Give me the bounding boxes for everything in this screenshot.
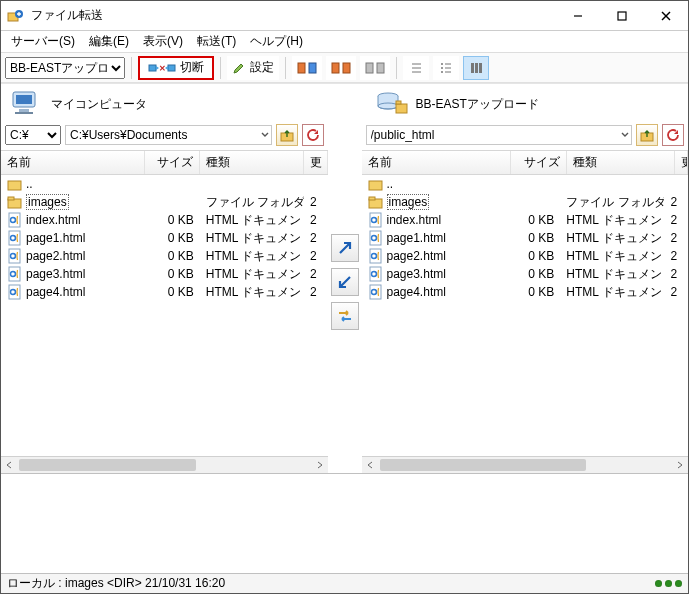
svg-rect-50 — [369, 181, 382, 190]
list-item[interactable]: page3.html0 KBHTML ドキュメント2 — [1, 265, 328, 283]
transfer-mode-1-button[interactable] — [292, 56, 322, 80]
col-type-header[interactable]: 種類 — [567, 151, 675, 174]
log-area[interactable] — [1, 473, 688, 573]
html-file-icon — [368, 284, 384, 300]
list-item[interactable]: imagesファイル フォルダー2 — [362, 193, 689, 211]
svg-rect-25 — [475, 63, 478, 73]
svg-point-18 — [441, 63, 443, 65]
scroll-right-icon[interactable] — [312, 457, 328, 473]
view-details-button[interactable] — [433, 56, 459, 80]
menubar-item[interactable]: 編集(E) — [83, 31, 135, 52]
local-refresh-button[interactable] — [302, 124, 324, 146]
scroll-left-icon[interactable] — [362, 457, 378, 473]
close-button[interactable] — [644, 2, 688, 30]
disconnect-button[interactable]: ✕ 切断 — [138, 56, 214, 80]
transfer-mode-3-button[interactable] — [360, 56, 390, 80]
list-item[interactable]: page2.html0 KBHTML ドキュメント2 — [1, 247, 328, 265]
folder-icon — [368, 194, 384, 210]
local-drive-select[interactable]: C:¥ — [5, 125, 61, 145]
svg-rect-6 — [149, 65, 156, 71]
menubar-item[interactable]: ヘルプ(H) — [244, 31, 309, 52]
app-window: ファイル転送 サーバー(S)編集(E)表示(V)転送(T)ヘルプ(H) BB-E… — [0, 0, 689, 594]
list-item[interactable]: index.html0 KBHTML ドキュメント2 — [1, 211, 328, 229]
upload-button[interactable] — [331, 234, 359, 262]
svg-rect-9 — [298, 63, 305, 73]
parent-row[interactable]: .. — [1, 175, 328, 193]
parent-row[interactable]: .. — [362, 175, 689, 193]
settings-button[interactable]: 設定 — [227, 56, 279, 80]
sockets-disconnect-icon: ✕ — [148, 61, 176, 75]
scroll-right-icon[interactable] — [672, 457, 688, 473]
local-path-input[interactable] — [65, 125, 272, 145]
svg-rect-12 — [343, 63, 350, 73]
sync-arrows-icon — [336, 307, 354, 325]
svg-rect-26 — [479, 63, 482, 73]
svg-rect-29 — [19, 109, 29, 112]
arrow-up-right-icon — [336, 239, 354, 257]
folder-icon — [7, 194, 23, 210]
minimize-button[interactable] — [556, 2, 600, 30]
list-item[interactable]: index.html0 KBHTML ドキュメント2 — [362, 211, 689, 229]
col-date-header[interactable]: 更 — [304, 151, 328, 174]
svg-rect-14 — [377, 63, 384, 73]
maximize-button[interactable] — [600, 2, 644, 30]
html-file-icon — [368, 230, 384, 246]
app-icon — [7, 8, 25, 24]
server-icon — [370, 90, 410, 118]
remote-refresh-button[interactable] — [662, 124, 684, 146]
panes-container: マイコンピュータ C:¥ 名前 サイズ 種 — [1, 83, 688, 473]
list-item[interactable]: page3.html0 KBHTML ドキュメント2 — [362, 265, 689, 283]
local-hscrollbar[interactable] — [1, 457, 328, 473]
site-select[interactable]: BB-EASTアップロ — [5, 57, 125, 79]
folder-icon — [7, 176, 23, 192]
remote-hscrollbar[interactable] — [362, 457, 689, 473]
remote-pane: BB-EASTアップロード 名前 サイズ 種類 更新日時 — [362, 84, 689, 473]
svg-point-19 — [441, 67, 443, 69]
menubar-item[interactable]: サーバー(S) — [5, 31, 81, 52]
folder-up-icon — [640, 128, 654, 142]
svg-text:✕: ✕ — [159, 64, 166, 73]
svg-rect-30 — [15, 112, 33, 114]
svg-rect-47 — [396, 104, 407, 113]
local-up-button[interactable] — [276, 124, 298, 146]
menubar-item[interactable]: 表示(V) — [137, 31, 189, 52]
list-item[interactable]: page1.html0 KBHTML ドキュメント2 — [362, 229, 689, 247]
transfer-mode-2-button[interactable] — [326, 56, 356, 80]
list-item[interactable]: page4.html0 KBHTML ドキュメント2 — [1, 283, 328, 301]
list-item[interactable]: imagesファイル フォルダー2 — [1, 193, 328, 211]
html-file-icon — [7, 284, 23, 300]
list-item[interactable]: page1.html0 KBHTML ドキュメント2 — [1, 229, 328, 247]
refresh-icon — [306, 128, 320, 142]
remote-pane-header: BB-EASTアップロード — [362, 84, 689, 122]
local-list-header[interactable]: 名前 サイズ 種類 更 — [1, 150, 328, 175]
col-size-header[interactable]: サイズ — [145, 151, 199, 174]
remote-file-list[interactable]: ..imagesファイル フォルダー2index.html0 KBHTML ドキ… — [362, 175, 689, 457]
sync-button[interactable] — [331, 302, 359, 330]
list-icon — [409, 61, 423, 75]
col-size-header[interactable]: サイズ — [511, 151, 567, 174]
scroll-left-icon[interactable] — [1, 457, 17, 473]
titlebar: ファイル転送 — [1, 1, 688, 31]
col-type-header[interactable]: 種類 — [200, 151, 304, 174]
transfer-buttons-column — [328, 84, 362, 473]
col-name-header[interactable]: 名前 — [1, 151, 145, 174]
panels-icon — [365, 61, 385, 75]
list-item[interactable]: page4.html0 KBHTML ドキュメント2 — [362, 283, 689, 301]
refresh-icon — [666, 128, 680, 142]
folder-up-icon — [280, 128, 294, 142]
col-name-header[interactable]: 名前 — [362, 151, 512, 174]
local-file-list[interactable]: ..imagesファイル フォルダー2index.html0 KBHTML ドキ… — [1, 175, 328, 457]
view-columns-button[interactable] — [463, 56, 489, 80]
remote-list-header[interactable]: 名前 サイズ 種類 更新日時 — [362, 150, 689, 175]
remote-path-input[interactable] — [366, 125, 633, 145]
list-item[interactable]: page2.html0 KBHTML ドキュメント2 — [362, 247, 689, 265]
menubar-item[interactable]: 転送(T) — [191, 31, 242, 52]
col-date-header[interactable]: 更新日時 — [675, 151, 688, 174]
remote-up-button[interactable] — [636, 124, 658, 146]
download-button[interactable] — [331, 268, 359, 296]
view-list-button[interactable] — [403, 56, 429, 80]
svg-rect-11 — [332, 63, 339, 73]
svg-rect-48 — [396, 101, 401, 104]
svg-rect-52 — [369, 197, 375, 200]
panels-icon — [331, 61, 351, 75]
